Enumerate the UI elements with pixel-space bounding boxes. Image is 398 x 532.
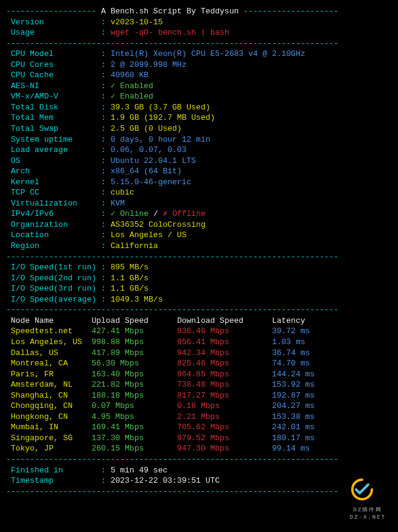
- aesni-value: ✓ Enabled: [111, 81, 153, 91]
- latency-11: 99.14 ms: [272, 444, 310, 453]
- aesni-label: AES-NI: [11, 81, 101, 91]
- finished-label: Finished in: [11, 466, 101, 475]
- terminal-line: Paris, FR 163.40 Mbps 964.85 Mbps 144.24…: [6, 369, 392, 380]
- loc-label: Location: [11, 230, 101, 240]
- download-3: 825.46 Mbps: [177, 359, 272, 368]
- terminal-line: Chongqing, CN 0.07 Mbps 0.18 Mbps 204.27…: [6, 401, 392, 412]
- upload-1: 998.88 Mbps: [91, 337, 176, 347]
- org-label: Organization: [11, 220, 101, 229]
- kernel-value: 5.15.0-46-generic: [111, 178, 192, 187]
- uptime-label: System uptime: [11, 135, 101, 144]
- terminal-line: Virtualization : KVM: [6, 198, 392, 209]
- col-latency: Latency: [272, 316, 305, 325]
- download-9: 765.62 Mbps: [177, 423, 272, 432]
- terminal-line: ----------------------------------------…: [6, 305, 392, 316]
- terminal-line: Version : v2023-10-15: [6, 17, 392, 28]
- node-name-8: Hongkong, CN: [11, 412, 92, 421]
- io-2-value: 1.1 GB/s: [111, 274, 148, 283]
- vmx-value: ✓ Enabled: [111, 92, 153, 101]
- upload-2: 417.89 Mbps: [91, 348, 176, 358]
- terminal-line: Total Swap : 2.5 GB (0 Used): [6, 123, 392, 134]
- terminal-line: Total Mem : 1.9 GB (192.7 MB Used): [6, 112, 392, 123]
- terminal-line: I/O Speed(2nd run) : 1.1 GB/s: [6, 273, 392, 284]
- terminal-line: ----------------------------------------…: [6, 486, 392, 497]
- terminal-line: Singapore, SG 137.30 Mbps 979.52 Mbps 18…: [6, 433, 392, 444]
- download-0: 936.46 Mbps: [177, 326, 272, 336]
- latency-7: 204.27 ms: [272, 401, 315, 410]
- latency-1: 1.03 ms: [272, 337, 305, 347]
- tcpcc-value: cubic: [111, 188, 134, 197]
- download-7: 0.18 Mbps: [177, 401, 272, 410]
- terminal-line: ----------------------------------------…: [6, 454, 392, 465]
- terminal-line: CPU Model : Intel(R) Xeon(R) CPU E5-2683…: [6, 49, 392, 60]
- terminal-line: Amsterdam, NL 221.82 Mbps 738.48 Mbps 15…: [6, 379, 392, 390]
- node-name-4: Paris, FR: [11, 370, 92, 379]
- cpu-model-label: CPU Model: [11, 49, 101, 58]
- cpu-cores-label: CPU Cores: [11, 60, 101, 69]
- virt-label: Virtualization: [11, 199, 101, 208]
- upload-9: 169.41 Mbps: [91, 423, 176, 432]
- node-name-2: Dallas, US: [11, 348, 92, 358]
- terminal-line: ----------------------------------------…: [6, 38, 392, 49]
- terminal-line: Node Name Upload Speed Download Speed La…: [6, 316, 392, 326]
- terminal-line: Timestamp : 2023-12-22 03:39:51 UTC: [6, 475, 392, 486]
- version-label: Version: [11, 18, 101, 27]
- swap-label: Total Swap: [11, 124, 101, 133]
- terminal-line: OS : Ubuntu 22.04.1 LTS: [6, 156, 392, 167]
- timestamp-label: Timestamp: [11, 476, 101, 485]
- node-name-0: Speedtest.net: [11, 326, 92, 336]
- tcpcc-label: TCP CC: [11, 188, 101, 197]
- usage-label: Usage: [11, 28, 101, 37]
- terminal-line: I/O Speed(1st run) : 895 MB/s: [6, 262, 392, 273]
- latency-4: 144.24 ms: [272, 370, 315, 379]
- load-value: 0.06, 0.07, 0.03: [111, 145, 187, 154]
- latency-10: 180.17 ms: [272, 434, 315, 443]
- terminal-line: Load average : 0.06, 0.07, 0.03: [6, 145, 392, 156]
- terminal-line: TCP CC : cubic: [6, 187, 392, 198]
- col-download: Download Speed: [177, 316, 272, 325]
- header-title: A Bench.sh Script By Teddysun: [96, 7, 243, 16]
- timestamp-value: 2023-12-22 03:39:51 UTC: [111, 476, 220, 485]
- terminal-line: Speedtest.net 427.41 Mbps 936.46 Mbps 39…: [6, 326, 392, 337]
- io-avg-label: I/O Speed(average): [11, 295, 101, 304]
- region-label: Region: [11, 241, 101, 250]
- ipv4-status: ✓ Online: [111, 209, 148, 218]
- upload-6: 188.18 Mbps: [91, 391, 176, 400]
- download-5: 738.48 Mbps: [177, 380, 272, 389]
- upload-0: 427.41 Mbps: [91, 326, 176, 336]
- io-1-label: I/O Speed(1st run): [11, 263, 101, 272]
- upload-5: 221.82 Mbps: [91, 380, 176, 389]
- terminal-line: System uptime : 0 days, 0 hour 12 min: [6, 134, 392, 145]
- kernel-label: Kernel: [11, 178, 101, 187]
- finished-value: 5 min 49 sec: [111, 466, 168, 475]
- latency-9: 242.01 ms: [272, 423, 315, 432]
- terminal-line: Montreal, CA 56.30 Mbps 825.46 Mbps 74.7…: [6, 358, 392, 369]
- io-3-value: 1.1 GB/s: [111, 284, 148, 293]
- terminal-line: Usage : wget -qO- bench.sh | bash: [6, 27, 392, 38]
- io-2-label: I/O Speed(2nd run): [11, 274, 101, 283]
- terminal-line: CPU Cache : 40960 KB: [6, 70, 392, 81]
- ipv-label: IPv4/IPv6: [11, 209, 101, 218]
- node-name-1: Los Angeles, US: [11, 337, 92, 347]
- download-2: 942.34 Mbps: [177, 348, 272, 358]
- terminal-line: Region : California: [6, 241, 392, 252]
- download-11: 947.30 Mbps: [177, 444, 272, 453]
- latency-3: 74.70 ms: [272, 359, 310, 368]
- latency-5: 153.92 ms: [272, 380, 315, 389]
- node-name-11: Tokyo, JP: [11, 444, 92, 453]
- mem-value: 1.9 GB (192.7 MB Used): [111, 113, 215, 122]
- virt-value: KVM: [111, 199, 125, 208]
- node-name-5: Amsterdam, NL: [11, 380, 92, 389]
- upload-7: 0.07 Mbps: [91, 401, 176, 410]
- terminal-line: Organization : AS36352 ColoCrossing: [6, 219, 392, 230]
- terminal-line: Kernel : 5.15.0-46-generic: [6, 177, 392, 188]
- download-1: 956.41 Mbps: [177, 337, 272, 347]
- region-value: California: [111, 241, 158, 250]
- loc-value: Los Angeles / US: [111, 230, 187, 240]
- latency-2: 36.74 ms: [272, 348, 310, 358]
- swap-value: 2.5 GB (0 Used): [111, 124, 182, 133]
- terminal-line: VM-x/AMD-V : ✓ Enabled: [6, 91, 392, 102]
- io-1-value: 895 MB/s: [111, 263, 148, 272]
- cpu-cores-value: 2 @ 2099.998 MHz: [111, 60, 187, 69]
- terminal-line: Shanghai, CN 188.18 Mbps 817.27 Mbps 192…: [6, 390, 392, 401]
